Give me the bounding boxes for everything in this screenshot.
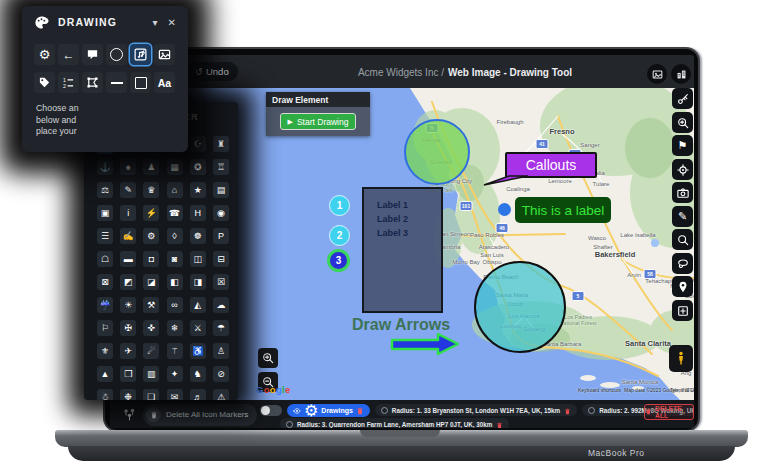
marker-icon-frame[interactable]: ❒	[120, 366, 136, 382]
pegman-streetview-button[interactable]	[669, 345, 693, 372]
marker-icon-fort[interactable]: ♖	[213, 159, 229, 175]
marker-icon-home[interactable]: ⌂	[167, 182, 183, 198]
marker-icon-parking[interactable]: P	[213, 228, 229, 244]
key-tool-button[interactable]	[672, 88, 693, 109]
marker-icon-taxi[interactable]: ◩	[120, 274, 136, 290]
marker-icon-tools[interactable]: ⚒	[143, 297, 159, 313]
marker-icon-phone[interactable]: ☎	[167, 205, 183, 221]
undo-button[interactable]: ↺ Undo	[186, 62, 238, 81]
marker-icon-factory[interactable]: ⚙	[143, 228, 159, 244]
polygon-tool-button[interactable]	[82, 72, 103, 93]
trash-icon[interactable]	[496, 415, 503, 428]
label-annotation[interactable]: This is a label	[515, 197, 611, 223]
marker-icon-no-entry[interactable]: ⊘	[213, 366, 229, 382]
marker-icon-metro[interactable]: ⊟	[213, 251, 229, 267]
marker-icon-rain[interactable]: ☂	[213, 320, 229, 336]
marker-icon-services[interactable]: ☰	[97, 228, 113, 244]
marker-icon-umbrella[interactable]: ☔	[97, 297, 113, 313]
marker-icon-comet[interactable]: ☄	[143, 343, 159, 359]
marker-icon-flag[interactable]: ⚐	[97, 320, 113, 336]
delete-all-button[interactable]: DELETE ALL	[644, 404, 694, 420]
rectangle-tool-button[interactable]	[130, 72, 151, 93]
marker-icon-lodging[interactable]: ☖	[97, 251, 113, 267]
marker-icon-truck[interactable]: ⊠	[97, 274, 113, 290]
marker-icon-tram[interactable]: ◫	[190, 251, 206, 267]
marker-icon-castle[interactable]: ♜	[213, 136, 229, 152]
drawn-arrow[interactable]	[390, 332, 462, 358]
zoom-in-button[interactable]	[258, 348, 278, 368]
marker-icon-bus[interactable]: ◘	[143, 251, 159, 267]
settings-tool-button[interactable]: ⚙	[34, 44, 55, 65]
trash-icon[interactable]	[564, 401, 571, 419]
marker-icon-helipad[interactable]: ◉	[213, 205, 229, 221]
marker-icon-anchor[interactable]: ⚓	[97, 159, 113, 175]
marker-icon-station[interactable]: ☒	[213, 274, 229, 290]
marker-icon-sun[interactable]: ☀	[120, 297, 136, 313]
my-location-button[interactable]	[672, 159, 693, 180]
drawn-circle-green[interactable]	[404, 119, 470, 185]
marker-icon-warning[interactable]: ⚠	[213, 389, 229, 400]
media-tool-button[interactable]	[130, 44, 151, 65]
numbered-list-tool-button[interactable]: 12	[58, 72, 79, 93]
search-button[interactable]	[672, 229, 693, 250]
pencil-draw-button[interactable]: ✎	[672, 206, 693, 227]
point-marker-dot[interactable]	[498, 203, 511, 216]
route-flag-button[interactable]: ⚑	[672, 135, 693, 156]
lasso-select-button[interactable]	[672, 253, 693, 274]
circle-tool-button[interactable]	[106, 44, 127, 65]
marker-icon-airport[interactable]: ✈	[120, 343, 136, 359]
image-layers-button[interactable]	[647, 64, 667, 84]
text-tool-button[interactable]: Aa	[154, 72, 175, 93]
marker-icon-port[interactable]: ▬	[120, 251, 136, 267]
marker-icon-mosque[interactable]: ☪	[190, 136, 206, 152]
marker-icon-ferris-wheel[interactable]: ☸	[190, 228, 206, 244]
marker-icon-fleur[interactable]: ⚜	[97, 343, 113, 359]
terms-of-use-link[interactable]: Terms of Use	[670, 387, 694, 393]
comment-tool-button[interactable]	[82, 44, 103, 65]
zoom-window-button[interactable]	[672, 112, 693, 133]
marker-icon-museum[interactable]: ▦	[167, 159, 183, 175]
drawn-circle-teal[interactable]	[474, 261, 566, 353]
marker-icon-snow[interactable]: ❄	[167, 320, 183, 336]
marker-icon-binoculars[interactable]: ◭	[190, 297, 206, 313]
radius-chip[interactable]: Radius: 1. 33 Bryanston St, London W1H 7…	[375, 404, 577, 416]
marker-icon-first-aid[interactable]: ✜	[143, 320, 159, 336]
image-tool-button[interactable]	[154, 44, 175, 65]
marker-icon-snowman[interactable]: ☃	[97, 389, 113, 400]
marker-icon-floral[interactable]: ❉	[120, 389, 136, 400]
marker-icon-statue[interactable]: ♟	[143, 159, 159, 175]
collapse-chevron-icon[interactable]: ▾	[153, 17, 158, 28]
marker-icon-battle[interactable]: ⚔	[190, 320, 206, 336]
marker-icon-records[interactable]: ❏	[143, 389, 159, 400]
marker-icon-palace[interactable]: ♛	[143, 182, 159, 198]
back-arrow-tool-button[interactable]: ←	[58, 44, 79, 65]
marker-icon-landmark[interactable]: ★	[190, 182, 206, 198]
marker-icon-clinic[interactable]: ⚚	[167, 343, 183, 359]
marker-icon-shuttle[interactable]: ◧	[167, 274, 183, 290]
trash-icon[interactable]	[356, 401, 364, 419]
marker-icon-music[interactable]: ♬	[190, 389, 206, 400]
numbered-marker-1[interactable]: 1	[329, 195, 350, 216]
marker-icon-train[interactable]: ◙	[167, 251, 183, 267]
marker-icon-pawn[interactable]: ♙	[213, 343, 229, 359]
buildings-button[interactable]	[671, 64, 691, 84]
marker-icon-info[interactable]: i	[120, 205, 136, 221]
radius-chip[interactable]: Radius: 3. Quarrendon Farm Lane, Amersha…	[280, 418, 509, 428]
marker-icon-knight[interactable]: ♞	[190, 366, 206, 382]
delete-all-icon-markers-button[interactable]: Delete All Icon Markers	[143, 404, 257, 426]
marker-icon-rail[interactable]: ◨	[190, 274, 206, 290]
marker-icon-rooms[interactable]: ▥	[143, 366, 159, 382]
drawn-rectangle[interactable]: Label 1 Label 2 Label 3	[362, 187, 443, 313]
close-icon[interactable]: ✕	[168, 17, 176, 28]
marker-icon-hospital[interactable]: H	[190, 205, 206, 221]
camera-capture-button[interactable]	[672, 182, 693, 203]
tag-tool-button[interactable]	[34, 72, 55, 93]
marker-icon-garage[interactable]: ▣	[97, 205, 113, 221]
marker-icon-gem[interactable]: ◊	[167, 228, 183, 244]
marker-icon-signpost[interactable]: ✍	[120, 228, 136, 244]
marker-icon-bicycle[interactable]: ∞	[167, 297, 183, 313]
marker-icon-school[interactable]: ✎	[120, 182, 136, 198]
add-shape-button[interactable]	[672, 300, 693, 321]
numbered-marker-3[interactable]: 3	[327, 249, 350, 272]
numbered-marker-2[interactable]: 2	[329, 225, 350, 246]
